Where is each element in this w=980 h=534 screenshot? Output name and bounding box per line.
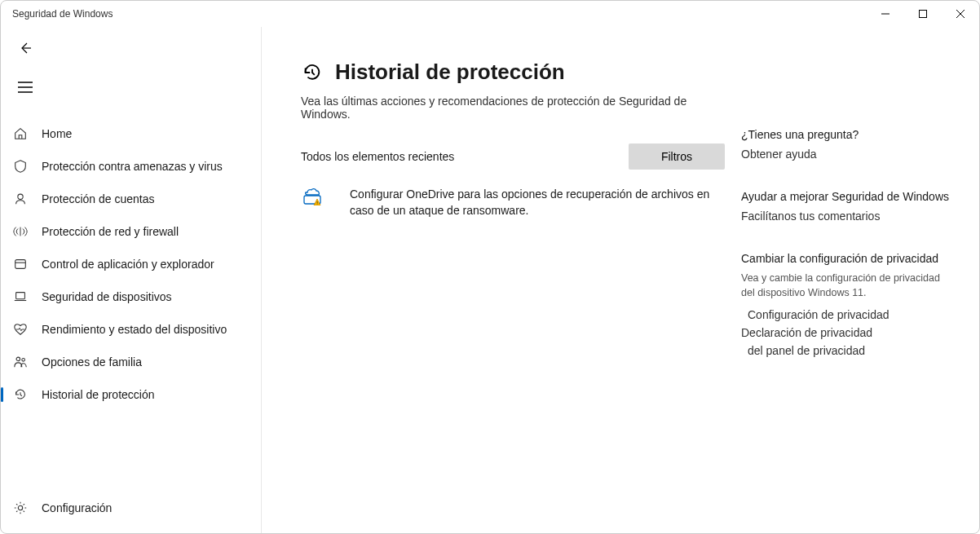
aside-heading: ¿Tienes una pregunta? (741, 128, 956, 141)
nav-label: Seguridad de dispositivos (42, 290, 172, 303)
aside-heading: Ayudar a mejorar Seguridad de Windows (741, 190, 956, 203)
page-description: Vea las últimas acciones y recomendacion… (301, 95, 725, 121)
hamburger-button[interactable] (9, 73, 42, 102)
laptop-icon (12, 289, 29, 305)
maximize-button[interactable] (904, 1, 942, 27)
close-button[interactable] (942, 1, 979, 27)
privacy-settings-link[interactable]: Configuración de privacidad (748, 308, 956, 321)
shield-icon (12, 158, 29, 174)
privacy-statement-link[interactable]: Declaración de privacidad (741, 326, 956, 339)
onedrive-warning-icon: ! (301, 188, 324, 205)
app-icon (12, 256, 29, 272)
aside-privacy: Cambiar la configuración de privacidad V… (741, 252, 956, 357)
nav-item-family[interactable]: Opciones de familia (1, 346, 261, 377)
nav-label: Control de aplicación y explorador (42, 258, 214, 271)
history-icon (12, 386, 29, 403)
gear-icon (12, 500, 29, 516)
minimize-button[interactable] (867, 1, 904, 27)
person-icon (12, 191, 29, 207)
recent-label: Todos los elementos recientes (301, 150, 454, 163)
nav-label: Protección de red y firewall (42, 225, 179, 238)
svg-point-4 (16, 357, 20, 361)
history-icon (301, 61, 324, 84)
page-title: Historial de protección (335, 60, 565, 85)
svg-rect-3 (16, 293, 25, 299)
window-title: Seguridad de Windows (12, 8, 113, 20)
nav-item-home[interactable]: Home (1, 118, 261, 149)
svg-point-5 (22, 359, 25, 362)
nav-item-health[interactable]: Rendimiento y estado del dispositivo (1, 314, 261, 345)
back-button[interactable] (9, 33, 42, 63)
window-controls (867, 1, 979, 27)
feedback-link[interactable]: Facilítanos tus comentarios (741, 210, 956, 223)
history-item[interactable]: ! Configurar OneDrive para las opciones … (301, 184, 725, 223)
svg-point-1 (18, 194, 23, 199)
heart-icon (12, 321, 29, 338)
nav-item-devicesec[interactable]: Seguridad de dispositivos (1, 281, 261, 312)
page-header: Historial de protección (301, 60, 725, 85)
home-icon (12, 126, 29, 142)
nav-item-account[interactable]: Protección de cuentas (1, 183, 261, 214)
sidebar: Home Protección contra amenazas y virus … (1, 27, 262, 533)
recent-row: Todos los elementos recientes Filtros (301, 143, 725, 170)
titlebar: Seguridad de Windows (1, 1, 979, 27)
history-item-text: Configurar OneDrive para las opciones de… (350, 186, 725, 219)
aside-panel: ¿Tienes una pregunta? Obtener ayuda Ayud… (741, 60, 956, 517)
nav-label: Home (42, 127, 72, 140)
nav-item-virus[interactable]: Protección contra amenazas y virus (1, 151, 261, 182)
svg-rect-2 (15, 260, 26, 269)
content-area: Historial de protección Vea las últimas … (262, 27, 979, 533)
nav-list: Home Protección contra amenazas y virus … (1, 118, 261, 492)
wifi-icon (12, 223, 29, 240)
aside-heading: Cambiar la configuración de privacidad (741, 252, 956, 265)
nav-label: Historial de protección (42, 388, 155, 401)
aside-question: ¿Tienes una pregunta? Obtener ayuda (741, 128, 956, 161)
nav-item-firewall[interactable]: Protección de red y firewall (1, 216, 261, 247)
nav-item-history[interactable]: Historial de protección (1, 379, 261, 410)
filters-button[interactable]: Filtros (629, 143, 725, 170)
nav-item-appcontrol[interactable]: Control de aplicación y explorador (1, 249, 261, 280)
svg-point-6 (18, 505, 22, 510)
nav-label: Configuración (42, 501, 112, 514)
nav-label: Protección contra amenazas y virus (42, 160, 223, 173)
aside-improve: Ayudar a mejorar Seguridad de Windows Fa… (741, 190, 956, 223)
svg-rect-0 (920, 11, 927, 18)
nav-label: Rendimiento y estado del dispositivo (42, 323, 227, 336)
nav-item-settings[interactable]: Configuración (1, 492, 261, 523)
privacy-panel-link[interactable]: del panel de privacidad (748, 344, 956, 357)
nav-label: Protección de cuentas (42, 192, 155, 205)
nav-label: Opciones de familia (42, 355, 142, 369)
family-icon (12, 354, 29, 370)
aside-desc: Vea y cambie la configuración de privaci… (741, 271, 956, 300)
get-help-link[interactable]: Obtener ayuda (741, 148, 956, 161)
